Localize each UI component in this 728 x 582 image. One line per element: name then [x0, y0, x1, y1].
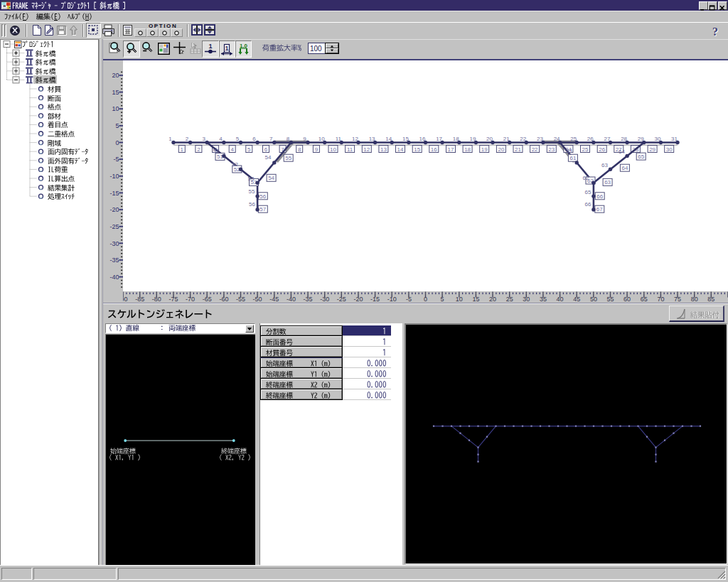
svg-text:55: 55	[249, 188, 255, 195]
svg-text:-50: -50	[253, 296, 262, 303]
svg-text:18: 18	[453, 136, 459, 142]
svg-text:50: 50	[590, 296, 597, 303]
svg-text:10: 10	[456, 296, 463, 303]
svg-text:61: 61	[569, 155, 576, 161]
svg-text:-15: -15	[109, 190, 119, 197]
svg-text:18: 18	[464, 146, 471, 153]
svg-text:51: 51	[213, 148, 220, 154]
svg-text:12: 12	[352, 136, 358, 142]
svg-text:54: 54	[264, 154, 271, 161]
svg-text:-90: -90	[123, 296, 128, 303]
svg-text:53: 53	[248, 176, 255, 182]
svg-text:30: 30	[523, 296, 530, 303]
svg-text:63: 63	[601, 162, 608, 168]
svg-text:1: 1	[208, 43, 212, 50]
svg-text:-55: -55	[236, 296, 245, 303]
svg-text:15: 15	[472, 296, 479, 303]
svg-text:67: 67	[596, 206, 603, 212]
svg-text:5: 5	[441, 296, 444, 303]
svg-text:-85: -85	[135, 296, 144, 303]
svg-text:85: 85	[707, 296, 714, 303]
svg-text:23: 23	[548, 146, 555, 153]
svg-text:10: 10	[318, 136, 325, 142]
svg-text:11: 11	[347, 146, 353, 153]
svg-text:26: 26	[587, 136, 594, 142]
svg-text:0: 0	[424, 296, 427, 303]
svg-text:13: 13	[369, 136, 375, 142]
svg-text:-5: -5	[113, 156, 119, 163]
svg-text:25: 25	[582, 146, 589, 153]
svg-text:11: 11	[336, 136, 342, 142]
svg-text:20: 20	[112, 72, 119, 79]
svg-text:21: 21	[503, 136, 510, 142]
svg-text:1: 1	[181, 146, 184, 153]
svg-text:-10: -10	[387, 296, 397, 303]
svg-text:27: 27	[604, 136, 611, 142]
svg-text:62: 62	[583, 175, 589, 181]
svg-text:65: 65	[638, 153, 644, 160]
svg-text:-35: -35	[109, 257, 119, 264]
svg-text:63: 63	[604, 179, 611, 185]
svg-text:35: 35	[540, 296, 547, 303]
svg-text:17: 17	[436, 136, 442, 142]
svg-text:19: 19	[481, 146, 488, 153]
svg-text:-10: -10	[109, 173, 119, 180]
svg-text:-80: -80	[152, 296, 161, 303]
svg-text:66: 66	[585, 201, 592, 208]
svg-text:70: 70	[657, 296, 664, 303]
svg-text:80: 80	[691, 296, 698, 303]
svg-text:25: 25	[570, 136, 577, 142]
svg-text:5: 5	[236, 136, 240, 142]
svg-text:-30: -30	[109, 240, 119, 247]
svg-text:28: 28	[621, 136, 627, 142]
svg-text:-40: -40	[287, 296, 296, 303]
svg-text:-25: -25	[109, 223, 119, 230]
svg-text:2: 2	[197, 146, 200, 153]
svg-text:7: 7	[269, 136, 273, 142]
svg-text:-30: -30	[320, 296, 329, 303]
svg-text:0: 0	[115, 139, 119, 146]
svg-text:26: 26	[599, 146, 605, 153]
svg-text:61: 61	[567, 148, 573, 154]
svg-text:65: 65	[585, 189, 592, 195]
svg-text:4: 4	[230, 146, 234, 153]
svg-text:-65: -65	[203, 296, 212, 303]
svg-text:-20: -20	[109, 206, 119, 213]
svg-text:3: 3	[202, 136, 205, 142]
svg-text:8: 8	[298, 146, 301, 153]
svg-text:15: 15	[112, 89, 119, 96]
svg-text:55: 55	[606, 296, 614, 303]
svg-text:10: 10	[330, 146, 336, 153]
svg-text:57: 57	[259, 206, 266, 212]
svg-text:66: 66	[596, 193, 603, 200]
svg-text:6: 6	[252, 136, 256, 142]
svg-text:56: 56	[259, 193, 266, 200]
svg-text:19: 19	[469, 136, 476, 142]
svg-text:20: 20	[486, 136, 493, 142]
svg-text:-45: -45	[269, 296, 279, 303]
svg-text:20: 20	[498, 146, 504, 153]
svg-text:-75: -75	[168, 296, 178, 303]
svg-text:29: 29	[649, 146, 655, 153]
svg-text:56: 56	[249, 201, 255, 208]
svg-text:15: 15	[414, 146, 420, 153]
svg-text:31: 31	[671, 136, 678, 142]
svg-text:75: 75	[674, 296, 681, 303]
svg-text:21: 21	[515, 146, 521, 153]
svg-text:64: 64	[619, 149, 625, 155]
svg-text:1: 1	[225, 45, 228, 52]
svg-text:15: 15	[402, 136, 409, 142]
svg-text:2: 2	[186, 136, 189, 142]
svg-text:5: 5	[247, 146, 251, 153]
svg-text:60: 60	[623, 296, 631, 303]
svg-text:52: 52	[232, 161, 238, 168]
svg-text:4: 4	[219, 136, 223, 142]
svg-text:-70: -70	[186, 296, 195, 303]
svg-text:25: 25	[506, 296, 513, 303]
svg-text:-20: -20	[353, 296, 363, 303]
svg-text:24: 24	[554, 136, 560, 142]
svg-text:5: 5	[115, 122, 119, 129]
svg-text:16: 16	[419, 136, 426, 142]
svg-text:-40: -40	[109, 274, 119, 281]
svg-text:-5: -5	[406, 296, 412, 303]
